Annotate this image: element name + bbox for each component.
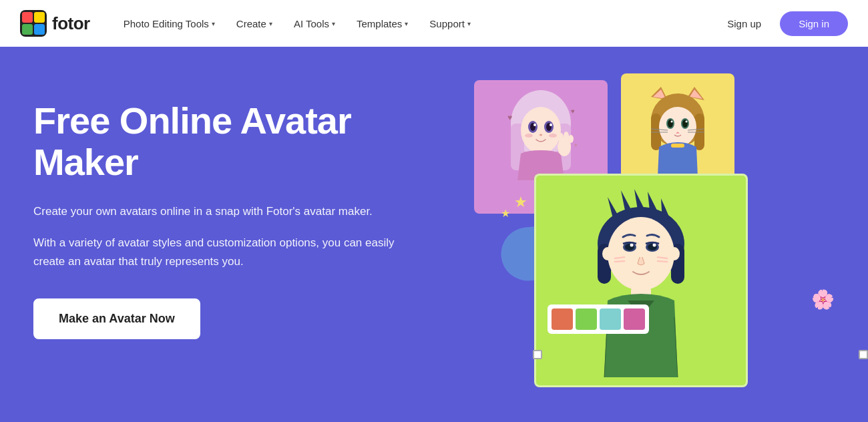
sign-in-button[interactable]: Sign in bbox=[780, 11, 848, 36]
logo[interactable]: fotor bbox=[20, 10, 90, 37]
color-swatches-widget bbox=[548, 304, 649, 334]
svg-point-8 bbox=[521, 107, 561, 154]
svg-text:♥: ♥ bbox=[574, 142, 578, 148]
svg-rect-44 bbox=[671, 144, 684, 148]
navbar-right: Sign up Sign in bbox=[718, 11, 848, 36]
svg-point-16 bbox=[525, 134, 533, 138]
resize-handle-br bbox=[859, 350, 868, 359]
sign-up-button[interactable]: Sign up bbox=[718, 13, 771, 35]
svg-rect-3 bbox=[22, 24, 33, 35]
resize-handle-bl bbox=[533, 350, 542, 359]
nav-item-create[interactable]: Create ▾ bbox=[227, 13, 282, 35]
color-swatch-red[interactable] bbox=[552, 308, 573, 330]
svg-point-55 bbox=[669, 247, 680, 260]
hero-images: ♥ ♥ ♥ ★ ★ bbox=[461, 67, 868, 414]
nav-label-photo-editing-tools: Photo Editing Tools bbox=[124, 18, 209, 29]
hero-desc1: Create your own avatars online in a snap… bbox=[33, 202, 421, 220]
svg-point-60 bbox=[630, 244, 634, 247]
svg-point-37 bbox=[671, 121, 673, 123]
nav-item-templates[interactable]: Templates ▾ bbox=[347, 13, 417, 35]
svg-point-17 bbox=[549, 134, 557, 138]
svg-point-38 bbox=[686, 121, 688, 123]
svg-point-32 bbox=[659, 107, 696, 147]
color-swatch-pink[interactable] bbox=[624, 308, 645, 330]
hero-title: Free Online Avatar Maker bbox=[33, 100, 461, 182]
flower-icon: 🌸 bbox=[811, 288, 835, 310]
svg-point-21 bbox=[568, 135, 574, 143]
svg-rect-2 bbox=[34, 12, 45, 23]
svg-point-19 bbox=[558, 133, 564, 142]
svg-rect-1 bbox=[22, 12, 33, 23]
make-avatar-button[interactable]: Make an Avatar Now bbox=[33, 298, 200, 339]
chevron-down-icon: ▾ bbox=[405, 20, 408, 27]
nav-label-ai-tools: AI Tools bbox=[294, 18, 329, 29]
color-swatch-teal[interactable] bbox=[600, 308, 621, 330]
color-swatch-green[interactable] bbox=[576, 308, 597, 330]
chevron-down-icon: ▾ bbox=[269, 20, 272, 27]
svg-point-20 bbox=[564, 132, 569, 141]
nav-label-support: Support bbox=[429, 18, 465, 29]
svg-text:♥: ♥ bbox=[507, 113, 512, 122]
navbar-left: fotor Photo Editing Tools ▾ Create ▾ AI … bbox=[20, 10, 480, 37]
svg-rect-4 bbox=[34, 24, 45, 35]
nav-label-create: Create bbox=[236, 18, 266, 29]
svg-point-61 bbox=[653, 244, 656, 247]
nav-item-photo-editing-tools[interactable]: Photo Editing Tools ▾ bbox=[114, 13, 224, 35]
hero-content: Free Online Avatar Maker Create your own… bbox=[33, 100, 461, 339]
chevron-down-icon: ▾ bbox=[332, 20, 335, 27]
svg-point-53 bbox=[608, 217, 674, 290]
anime-boy-card bbox=[534, 174, 748, 387]
fotor-logo-icon bbox=[20, 10, 47, 37]
hero-section: Free Online Avatar Maker Create your own… bbox=[0, 47, 868, 422]
nav-item-support[interactable]: Support ▾ bbox=[420, 13, 480, 35]
svg-line-63 bbox=[614, 261, 625, 262]
hero-desc2: With a variety of avatar styles and cust… bbox=[33, 234, 421, 270]
svg-text:♥: ♥ bbox=[571, 108, 575, 115]
chevron-down-icon: ▾ bbox=[212, 20, 215, 27]
star-icon: ★ bbox=[514, 194, 527, 211]
svg-point-15 bbox=[539, 134, 542, 136]
anime-boy-illustration bbox=[554, 184, 728, 377]
nav-menu: Photo Editing Tools ▾ Create ▾ AI Tools … bbox=[114, 13, 480, 35]
svg-point-13 bbox=[533, 124, 536, 126]
svg-point-54 bbox=[602, 247, 613, 260]
svg-line-65 bbox=[657, 261, 668, 262]
navbar: fotor Photo Editing Tools ▾ Create ▾ AI … bbox=[0, 0, 868, 47]
nav-label-templates: Templates bbox=[357, 18, 402, 29]
chevron-down-icon: ▾ bbox=[467, 20, 471, 27]
nav-item-ai-tools[interactable]: AI Tools ▾ bbox=[284, 13, 345, 35]
star-icon: ★ bbox=[501, 207, 510, 220]
logo-text: fotor bbox=[52, 13, 90, 34]
svg-point-14 bbox=[550, 124, 552, 126]
